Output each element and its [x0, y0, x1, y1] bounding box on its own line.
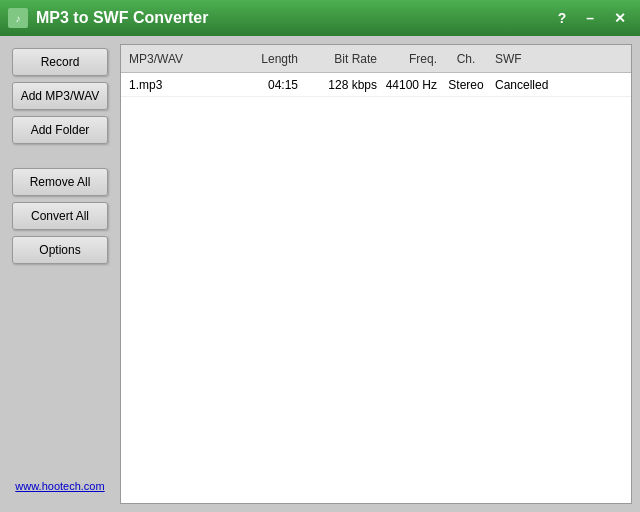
- title-bar-controls: ? – ✕: [552, 8, 632, 28]
- title-bar: ♪ MP3 to SWF Converter ? – ✕: [0, 0, 640, 36]
- content-area: MP3/WAV Length Bit Rate Freq. Ch. SWF 1.…: [120, 44, 632, 504]
- app-icon: ♪: [8, 8, 28, 28]
- cell-swf: Cancelled: [491, 78, 571, 92]
- sidebar: Record Add MP3/WAV Add Folder Remove All…: [0, 36, 120, 512]
- add-mp3-wav-button[interactable]: Add MP3/WAV: [12, 82, 108, 110]
- cell-ch: Stereo: [441, 78, 491, 92]
- help-button[interactable]: ?: [552, 8, 573, 28]
- col-header-bitrate: Bit Rate: [306, 52, 381, 66]
- table-header: MP3/WAV Length Bit Rate Freq. Ch. SWF: [121, 45, 631, 73]
- minimize-button[interactable]: –: [580, 8, 600, 28]
- col-header-swf: SWF: [491, 52, 571, 66]
- main-layout: Record Add MP3/WAV Add Folder Remove All…: [0, 36, 640, 512]
- website-link[interactable]: www.hootech.com: [15, 480, 104, 492]
- options-button[interactable]: Options: [12, 236, 108, 264]
- table-body: 1.mp3 04:15 128 kbps 44100 Hz Stereo Can…: [121, 73, 631, 503]
- close-button[interactable]: ✕: [608, 8, 632, 28]
- convert-all-button[interactable]: Convert All: [12, 202, 108, 230]
- table-row[interactable]: 1.mp3 04:15 128 kbps 44100 Hz Stereo Can…: [121, 73, 631, 97]
- add-folder-button[interactable]: Add Folder: [12, 116, 108, 144]
- title-bar-left: ♪ MP3 to SWF Converter: [8, 8, 208, 28]
- col-header-length: Length: [251, 52, 306, 66]
- app-title: MP3 to SWF Converter: [36, 9, 208, 27]
- cell-filename: 1.mp3: [121, 78, 251, 92]
- col-header-ch: Ch.: [441, 52, 491, 66]
- col-header-freq: Freq.: [381, 52, 441, 66]
- cell-length: 04:15: [251, 78, 306, 92]
- remove-all-button[interactable]: Remove All: [12, 168, 108, 196]
- record-button[interactable]: Record: [12, 48, 108, 76]
- col-header-filename: MP3/WAV: [121, 52, 251, 66]
- cell-bitrate: 128 kbps: [306, 78, 381, 92]
- cell-freq: 44100 Hz: [381, 78, 441, 92]
